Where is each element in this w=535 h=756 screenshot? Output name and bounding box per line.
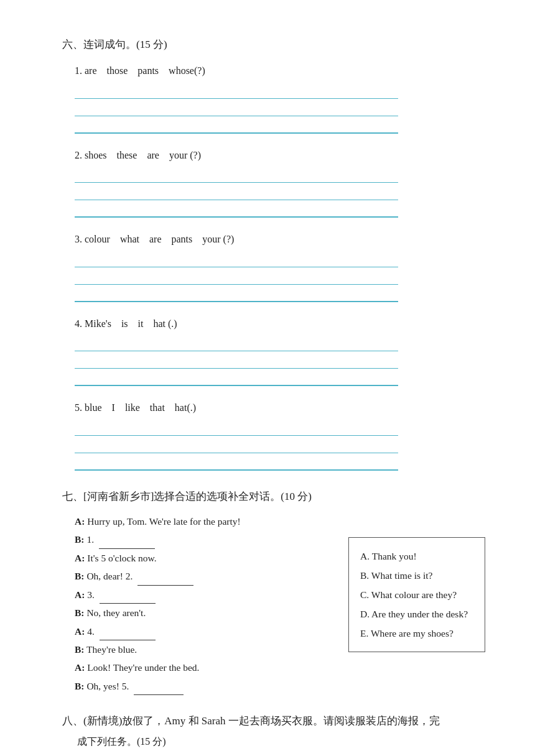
dialogue-line-a4: A: 4. [75, 622, 333, 640]
question-3: 3. colour what are pants your (?) [62, 231, 485, 302]
answer-line[interactable] [75, 169, 398, 183]
question-1: 1. are those pants whose(?) [62, 63, 485, 134]
option-d: D. Are they under the desk? [360, 604, 473, 624]
q2-number: 2. shoes these are your (?) [75, 150, 201, 160]
section8-title: 八、(新情境)放假了，Amy 和 Sarah 一起去商场买衣服。请阅读服装店的海… [62, 714, 485, 728]
question-1-words: 1. are those pants whose(?) [75, 63, 485, 79]
q1-answer-lines [75, 85, 485, 134]
speaker-a: A: [75, 553, 85, 563]
answer-line[interactable] [75, 204, 398, 218]
q2-answer-lines [75, 169, 485, 218]
dialogue-line-a2: A: It's 5 o'clock now. [75, 549, 333, 567]
answer-line[interactable] [75, 254, 398, 267]
dialogue-line-a3: A: 3. [75, 586, 333, 604]
dialogue-line-b3: B: No, they aren't. [75, 604, 333, 622]
dialogue-line-b2: B: Oh, dear! 2. [75, 567, 333, 585]
dialogue-container: A: Hurry up, Tom. We're late for the par… [62, 512, 485, 695]
dialogue-line-a1: A: Hurry up, Tom. We're late for the par… [75, 512, 333, 530]
q3-number: 3. colour what are pants your (?) [75, 234, 234, 244]
section8: 八、(新情境)放假了，Amy 和 Sarah 一起去商场买衣服。请阅读服装店的海… [62, 714, 485, 751]
section6-title: 六、连词成句。(15 分) [62, 37, 485, 52]
answer-line[interactable] [75, 271, 398, 285]
dialogue-left: A: Hurry up, Tom. We're late for the par… [75, 512, 333, 695]
q1-number: 1. are those pants whose(?) [75, 65, 205, 76]
answer-line[interactable] [75, 422, 398, 436]
dialogue-line-b4: B: They're blue. [75, 640, 333, 658]
speaker-b: B: [75, 644, 85, 655]
answer-line[interactable] [75, 103, 398, 116]
answer-line[interactable] [75, 187, 398, 200]
question-2: 2. shoes these are your (?) [62, 147, 485, 218]
question-3-words: 3. colour what are pants your (?) [75, 231, 485, 247]
question-5: 5. blue I like that hat(.) [62, 400, 485, 471]
question-4: 4. Mike's is it hat (.) [62, 316, 485, 387]
section6: 六、连词成句。(15 分) 1. are those pants whose(?… [62, 37, 485, 471]
option-e: E. Where are my shoes? [360, 624, 473, 643]
dialogue-line-b5: B: Oh, yes! 5. [75, 677, 333, 695]
speaker-b: B: [75, 681, 85, 691]
speaker-a: A: [75, 516, 85, 527]
section7-title: 七、[河南省新乡市]选择合适的选项补全对话。(10 分) [62, 489, 485, 504]
q4-number: 4. Mike's is it hat (.) [75, 318, 177, 329]
option-c: C. What colour are they? [360, 585, 473, 604]
section8-sub: 成下列任务。(15 分) [62, 733, 485, 751]
question-2-words: 2. shoes these are your (?) [75, 147, 485, 164]
speaker-a: A: [75, 662, 85, 673]
answer-line[interactable] [75, 355, 398, 369]
question-4-words: 4. Mike's is it hat (.) [75, 316, 485, 332]
dialogue-line-b1: B: 1. [75, 530, 333, 548]
answer-line[interactable] [75, 85, 398, 99]
option-b: B. What time is it? [360, 566, 473, 585]
section7: 七、[河南省新乡市]选择合适的选项补全对话。(10 分) A: Hurry up… [62, 489, 485, 695]
answer-line[interactable] [75, 338, 398, 351]
answer-line[interactable] [75, 372, 398, 386]
speaker-a: A: [75, 589, 85, 600]
q5-number: 5. blue I like that hat(.) [75, 402, 196, 413]
speaker-b: B: [75, 607, 85, 618]
answer-line[interactable] [75, 120, 398, 134]
answer-line[interactable] [75, 440, 398, 453]
q4-answer-lines [75, 338, 485, 386]
question-5-words: 5. blue I like that hat(.) [75, 400, 485, 416]
option-a: A. Thank you! [360, 546, 473, 566]
answer-line[interactable] [75, 457, 398, 471]
speaker-a: A: [75, 626, 85, 637]
q3-answer-lines [75, 254, 485, 302]
options-box: A. Thank you! B. What time is it? C. Wha… [348, 537, 485, 652]
speaker-b: B: [75, 534, 85, 545]
q5-answer-lines [75, 422, 485, 471]
dialogue-line-a5: A: Look! They're under the bed. [75, 658, 333, 676]
answer-line[interactable] [75, 288, 398, 302]
blank-5[interactable] [134, 694, 184, 695]
speaker-b: B: [75, 571, 85, 581]
